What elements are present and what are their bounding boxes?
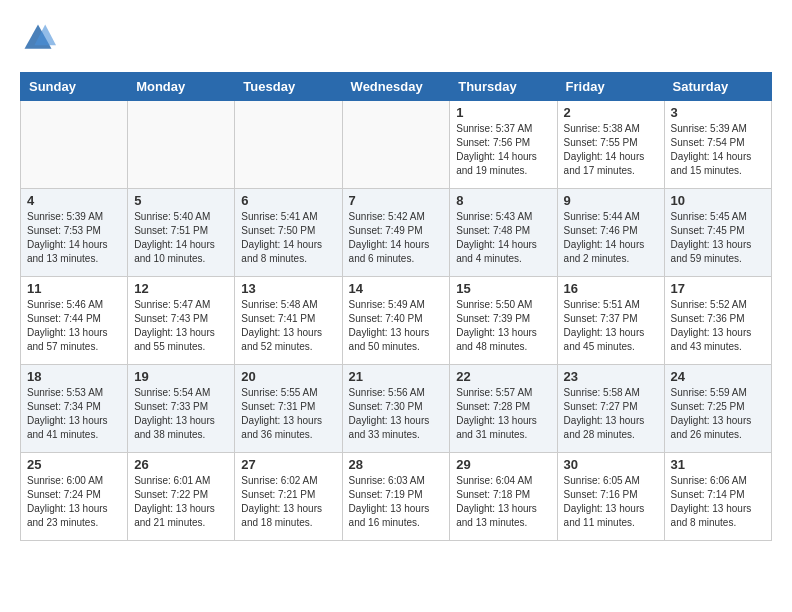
day-number: 3 — [671, 105, 765, 120]
calendar-cell: 6Sunrise: 5:41 AM Sunset: 7:50 PM Daylig… — [235, 189, 342, 277]
calendar-cell: 26Sunrise: 6:01 AM Sunset: 7:22 PM Dayli… — [128, 453, 235, 541]
day-info: Sunrise: 5:52 AM Sunset: 7:36 PM Dayligh… — [671, 298, 765, 354]
week-row-2: 4Sunrise: 5:39 AM Sunset: 7:53 PM Daylig… — [21, 189, 772, 277]
calendar-cell: 22Sunrise: 5:57 AM Sunset: 7:28 PM Dayli… — [450, 365, 557, 453]
day-number: 18 — [27, 369, 121, 384]
calendar-cell: 29Sunrise: 6:04 AM Sunset: 7:18 PM Dayli… — [450, 453, 557, 541]
day-number: 2 — [564, 105, 658, 120]
day-info: Sunrise: 5:39 AM Sunset: 7:53 PM Dayligh… — [27, 210, 121, 266]
day-number: 27 — [241, 457, 335, 472]
day-number: 10 — [671, 193, 765, 208]
header-friday: Friday — [557, 73, 664, 101]
calendar-cell: 12Sunrise: 5:47 AM Sunset: 7:43 PM Dayli… — [128, 277, 235, 365]
day-number: 25 — [27, 457, 121, 472]
day-number: 4 — [27, 193, 121, 208]
calendar-cell: 1Sunrise: 5:37 AM Sunset: 7:56 PM Daylig… — [450, 101, 557, 189]
day-number: 29 — [456, 457, 550, 472]
day-number: 14 — [349, 281, 444, 296]
day-info: Sunrise: 5:37 AM Sunset: 7:56 PM Dayligh… — [456, 122, 550, 178]
calendar-cell: 2Sunrise: 5:38 AM Sunset: 7:55 PM Daylig… — [557, 101, 664, 189]
calendar-cell: 30Sunrise: 6:05 AM Sunset: 7:16 PM Dayli… — [557, 453, 664, 541]
day-info: Sunrise: 6:06 AM Sunset: 7:14 PM Dayligh… — [671, 474, 765, 530]
day-info: Sunrise: 6:00 AM Sunset: 7:24 PM Dayligh… — [27, 474, 121, 530]
calendar-cell: 7Sunrise: 5:42 AM Sunset: 7:49 PM Daylig… — [342, 189, 450, 277]
day-number: 28 — [349, 457, 444, 472]
day-info: Sunrise: 5:51 AM Sunset: 7:37 PM Dayligh… — [564, 298, 658, 354]
header-thursday: Thursday — [450, 73, 557, 101]
day-info: Sunrise: 5:45 AM Sunset: 7:45 PM Dayligh… — [671, 210, 765, 266]
day-info: Sunrise: 5:58 AM Sunset: 7:27 PM Dayligh… — [564, 386, 658, 442]
day-info: Sunrise: 5:38 AM Sunset: 7:55 PM Dayligh… — [564, 122, 658, 178]
header-tuesday: Tuesday — [235, 73, 342, 101]
day-number: 13 — [241, 281, 335, 296]
calendar-cell: 18Sunrise: 5:53 AM Sunset: 7:34 PM Dayli… — [21, 365, 128, 453]
calendar-cell: 20Sunrise: 5:55 AM Sunset: 7:31 PM Dayli… — [235, 365, 342, 453]
calendar-cell: 13Sunrise: 5:48 AM Sunset: 7:41 PM Dayli… — [235, 277, 342, 365]
week-row-1: 1Sunrise: 5:37 AM Sunset: 7:56 PM Daylig… — [21, 101, 772, 189]
day-number: 26 — [134, 457, 228, 472]
day-number: 31 — [671, 457, 765, 472]
day-number: 15 — [456, 281, 550, 296]
day-number: 9 — [564, 193, 658, 208]
day-info: Sunrise: 5:39 AM Sunset: 7:54 PM Dayligh… — [671, 122, 765, 178]
day-number: 16 — [564, 281, 658, 296]
day-number: 21 — [349, 369, 444, 384]
day-info: Sunrise: 5:40 AM Sunset: 7:51 PM Dayligh… — [134, 210, 228, 266]
day-number: 11 — [27, 281, 121, 296]
day-info: Sunrise: 5:56 AM Sunset: 7:30 PM Dayligh… — [349, 386, 444, 442]
calendar-cell — [128, 101, 235, 189]
day-info: Sunrise: 5:59 AM Sunset: 7:25 PM Dayligh… — [671, 386, 765, 442]
day-info: Sunrise: 5:54 AM Sunset: 7:33 PM Dayligh… — [134, 386, 228, 442]
day-number: 7 — [349, 193, 444, 208]
calendar-cell: 16Sunrise: 5:51 AM Sunset: 7:37 PM Dayli… — [557, 277, 664, 365]
calendar-cell: 31Sunrise: 6:06 AM Sunset: 7:14 PM Dayli… — [664, 453, 771, 541]
week-row-3: 11Sunrise: 5:46 AM Sunset: 7:44 PM Dayli… — [21, 277, 772, 365]
calendar-cell: 19Sunrise: 5:54 AM Sunset: 7:33 PM Dayli… — [128, 365, 235, 453]
logo — [20, 20, 62, 56]
calendar-cell: 4Sunrise: 5:39 AM Sunset: 7:53 PM Daylig… — [21, 189, 128, 277]
day-info: Sunrise: 6:02 AM Sunset: 7:21 PM Dayligh… — [241, 474, 335, 530]
calendar-cell: 3Sunrise: 5:39 AM Sunset: 7:54 PM Daylig… — [664, 101, 771, 189]
day-number: 30 — [564, 457, 658, 472]
header-monday: Monday — [128, 73, 235, 101]
day-number: 24 — [671, 369, 765, 384]
day-number: 5 — [134, 193, 228, 208]
calendar-cell: 28Sunrise: 6:03 AM Sunset: 7:19 PM Dayli… — [342, 453, 450, 541]
calendar-cell — [235, 101, 342, 189]
header-sunday: Sunday — [21, 73, 128, 101]
day-info: Sunrise: 6:03 AM Sunset: 7:19 PM Dayligh… — [349, 474, 444, 530]
day-info: Sunrise: 6:05 AM Sunset: 7:16 PM Dayligh… — [564, 474, 658, 530]
day-info: Sunrise: 5:42 AM Sunset: 7:49 PM Dayligh… — [349, 210, 444, 266]
day-info: Sunrise: 6:04 AM Sunset: 7:18 PM Dayligh… — [456, 474, 550, 530]
week-row-4: 18Sunrise: 5:53 AM Sunset: 7:34 PM Dayli… — [21, 365, 772, 453]
calendar-cell: 17Sunrise: 5:52 AM Sunset: 7:36 PM Dayli… — [664, 277, 771, 365]
day-number: 23 — [564, 369, 658, 384]
calendar-cell: 23Sunrise: 5:58 AM Sunset: 7:27 PM Dayli… — [557, 365, 664, 453]
day-number: 1 — [456, 105, 550, 120]
day-info: Sunrise: 5:57 AM Sunset: 7:28 PM Dayligh… — [456, 386, 550, 442]
calendar-cell: 10Sunrise: 5:45 AM Sunset: 7:45 PM Dayli… — [664, 189, 771, 277]
calendar-cell: 15Sunrise: 5:50 AM Sunset: 7:39 PM Dayli… — [450, 277, 557, 365]
day-info: Sunrise: 5:47 AM Sunset: 7:43 PM Dayligh… — [134, 298, 228, 354]
calendar-header-row: SundayMondayTuesdayWednesdayThursdayFrid… — [21, 73, 772, 101]
day-number: 22 — [456, 369, 550, 384]
calendar-cell: 8Sunrise: 5:43 AM Sunset: 7:48 PM Daylig… — [450, 189, 557, 277]
calendar-cell — [21, 101, 128, 189]
calendar-cell — [342, 101, 450, 189]
calendar-cell: 21Sunrise: 5:56 AM Sunset: 7:30 PM Dayli… — [342, 365, 450, 453]
calendar-cell: 9Sunrise: 5:44 AM Sunset: 7:46 PM Daylig… — [557, 189, 664, 277]
day-info: Sunrise: 5:43 AM Sunset: 7:48 PM Dayligh… — [456, 210, 550, 266]
day-number: 19 — [134, 369, 228, 384]
day-info: Sunrise: 5:49 AM Sunset: 7:40 PM Dayligh… — [349, 298, 444, 354]
day-info: Sunrise: 5:50 AM Sunset: 7:39 PM Dayligh… — [456, 298, 550, 354]
day-number: 6 — [241, 193, 335, 208]
day-info: Sunrise: 6:01 AM Sunset: 7:22 PM Dayligh… — [134, 474, 228, 530]
day-info: Sunrise: 5:53 AM Sunset: 7:34 PM Dayligh… — [27, 386, 121, 442]
week-row-5: 25Sunrise: 6:00 AM Sunset: 7:24 PM Dayli… — [21, 453, 772, 541]
day-number: 17 — [671, 281, 765, 296]
day-info: Sunrise: 5:55 AM Sunset: 7:31 PM Dayligh… — [241, 386, 335, 442]
calendar-cell: 27Sunrise: 6:02 AM Sunset: 7:21 PM Dayli… — [235, 453, 342, 541]
day-number: 20 — [241, 369, 335, 384]
calendar-cell: 5Sunrise: 5:40 AM Sunset: 7:51 PM Daylig… — [128, 189, 235, 277]
day-number: 12 — [134, 281, 228, 296]
